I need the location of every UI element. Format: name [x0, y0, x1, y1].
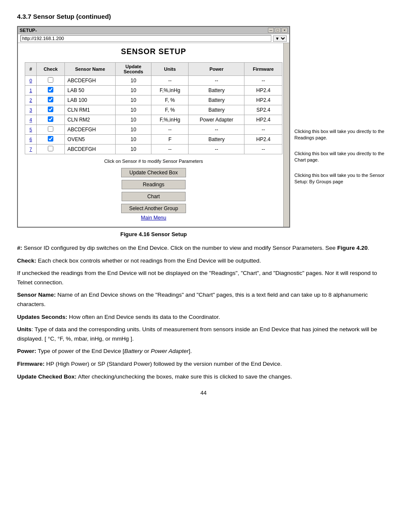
col-header-name: Sensor Name	[65, 63, 116, 76]
select-group-button[interactable]: Select Another Group	[121, 204, 186, 213]
sensor-name-cell: CLN RM2	[65, 115, 116, 125]
doc-paragraph-4: Updates Seconds: How often an End Device…	[17, 312, 390, 322]
sensor-checkbox[interactable]	[48, 126, 53, 132]
sensor-firmware-cell: HP2.4	[244, 86, 282, 95]
sensor-units-cell: --	[151, 125, 189, 135]
doc-paragraph-1: Check: Each check box controls whether o…	[17, 256, 390, 266]
doc-text-5: : Type of data and the corresponding uni…	[17, 326, 377, 342]
sensor-checkbox[interactable]	[48, 97, 53, 102]
annotation-groups: Clicking this box will take you to the S…	[294, 172, 390, 185]
browser-title: SETUP-	[20, 28, 37, 33]
sensor-check-cell[interactable]	[37, 135, 65, 145]
sensor-check-cell[interactable]	[37, 125, 65, 135]
annotation-chart: Clicking this box will take you directly…	[294, 150, 390, 163]
doc-paragraph-6: Power: Type of power of the End Device […	[17, 347, 390, 356]
sensor-units-cell: --	[151, 145, 189, 154]
table-row: 0ABCDEFGH10------	[25, 76, 282, 86]
annotation-readings: Clicking this box will take you directly…	[294, 128, 390, 141]
figure-caption: Figure 4.16 Sensor Setup	[17, 231, 290, 237]
sensor-checkbox[interactable]	[48, 77, 53, 83]
minimize-button[interactable]: ─	[268, 28, 274, 33]
sensor-units-cell: F,%,inHg	[151, 86, 189, 95]
sensor-check-cell[interactable]	[37, 86, 65, 95]
hint-text: Click on Sensor # to modify Sensor Param…	[25, 159, 282, 164]
sensor-num-cell[interactable]: 3	[25, 105, 37, 115]
close-button[interactable]: ×	[282, 28, 288, 33]
sensor-name-cell: ABCDEFGH	[65, 145, 116, 154]
col-header-power: Power	[189, 63, 244, 76]
sensor-check-cell[interactable]	[37, 76, 65, 86]
sensor-seconds-cell: 10	[116, 115, 151, 125]
doc-label-0: #:	[17, 245, 22, 251]
sensor-units-cell: F	[151, 135, 189, 145]
col-header-num: #	[25, 63, 37, 76]
sensor-power-cell: Battery	[189, 105, 244, 115]
sensor-firmware-cell: HP2.4	[244, 115, 282, 125]
doc-label-6: Power:	[17, 348, 36, 354]
sensor-check-cell[interactable]	[37, 145, 65, 154]
sensor-name-cell: ABCDEFGH	[65, 125, 116, 135]
sensor-name-cell: ABCDEFGH	[65, 76, 116, 86]
sensor-seconds-cell: 10	[116, 76, 151, 86]
sensor-power-cell: Battery	[189, 86, 244, 95]
doc-paragraph-8: Update Checked Box: After checking/unche…	[17, 372, 390, 382]
sensor-power-cell: Battery	[189, 135, 244, 145]
sensor-num-cell[interactable]: 4	[25, 115, 37, 125]
sensor-num-cell[interactable]: 5	[25, 125, 37, 135]
doc-bold-end-0: Figure 4.20	[337, 245, 367, 251]
doc-text-7: HP (High Power) or SP (Standard Power) f…	[45, 361, 282, 367]
doc-paragraph-3: Sensor Name: Name of an End Device shows…	[17, 290, 390, 309]
sensor-num-cell[interactable]: 6	[25, 135, 37, 145]
sensor-firmware-cell: --	[244, 125, 282, 135]
doc-paragraph-0: #: Sensor ID configured by dip switches …	[17, 243, 390, 253]
sensor-name-cell: CLN RM1	[65, 105, 116, 115]
doc-text-2: If unchecked the readings from the End D…	[17, 270, 377, 286]
sensor-units-cell: --	[151, 76, 189, 86]
address-input[interactable]	[20, 35, 271, 42]
doc-text-6: Type of power of the End Device [Battery…	[36, 348, 192, 354]
browser-titlebar: SETUP- ─ □ ×	[18, 27, 289, 34]
sensor-units-cell: F, %	[151, 105, 189, 115]
doc-paragraph-5: Units: Type of data and the correspondin…	[17, 325, 390, 343]
table-row: 2LAB 10010F, %BatteryHP2.4	[25, 95, 282, 105]
doc-text-4: How often an End Device sends its data t…	[67, 314, 220, 320]
sensor-checkbox[interactable]	[48, 136, 53, 142]
sensor-seconds-cell: 10	[116, 95, 151, 105]
window-controls[interactable]: ─ □ ×	[268, 28, 288, 33]
sensor-check-cell[interactable]	[37, 105, 65, 115]
doc-text-1: Each check box controls whether or not r…	[36, 257, 261, 264]
doc-body: #: Sensor ID configured by dip switches …	[17, 243, 390, 381]
sensor-name-cell: LAB 100	[65, 95, 116, 105]
readings-button[interactable]: Readings	[122, 180, 186, 189]
table-row: 7ABCDEFGH10------	[25, 145, 282, 154]
doc-paragraph-7: Firmware: HP (High Power) or SP (Standar…	[17, 359, 390, 369]
scrollbar[interactable]	[283, 43, 289, 227]
main-menu-link[interactable]: Main Menu	[25, 215, 282, 221]
annotations-column: Clicking this box will take you directly…	[294, 128, 390, 194]
sensor-checkbox[interactable]	[48, 146, 53, 151]
sensor-table: # Check Sensor Name UpdateSeconds Units …	[25, 62, 282, 154]
sensor-checkbox[interactable]	[48, 87, 53, 93]
address-bar: ▼	[18, 34, 289, 43]
doc-label-5: Units	[17, 326, 32, 332]
sensor-checkbox[interactable]	[48, 116, 53, 122]
address-dropdown[interactable]: ▼	[273, 35, 287, 42]
sensor-seconds-cell: 10	[116, 145, 151, 154]
sensor-firmware-cell: HP2.4	[244, 95, 282, 105]
chart-button[interactable]: Chart	[122, 192, 186, 201]
sensor-checkbox[interactable]	[48, 107, 53, 112]
maximize-button[interactable]: □	[275, 28, 281, 33]
col-header-units: Units	[151, 63, 189, 76]
table-row: 6OVEN510FBatteryHP2.4	[25, 135, 282, 145]
doc-label-1: Check:	[17, 257, 36, 264]
sensor-num-cell[interactable]: 1	[25, 86, 37, 95]
doc-text-3: Name of an End Device shows on the "Read…	[17, 292, 368, 307]
sensor-seconds-cell: 10	[116, 125, 151, 135]
sensor-num-cell[interactable]: 2	[25, 95, 37, 105]
sensor-check-cell[interactable]	[37, 115, 65, 125]
update-checked-box-button[interactable]: Update Checked Box	[121, 168, 186, 177]
sensor-num-cell[interactable]: 7	[25, 145, 37, 154]
sensor-num-cell[interactable]: 0	[25, 76, 37, 86]
sensor-check-cell[interactable]	[37, 95, 65, 105]
sensor-name-cell: LAB 50	[65, 86, 116, 95]
